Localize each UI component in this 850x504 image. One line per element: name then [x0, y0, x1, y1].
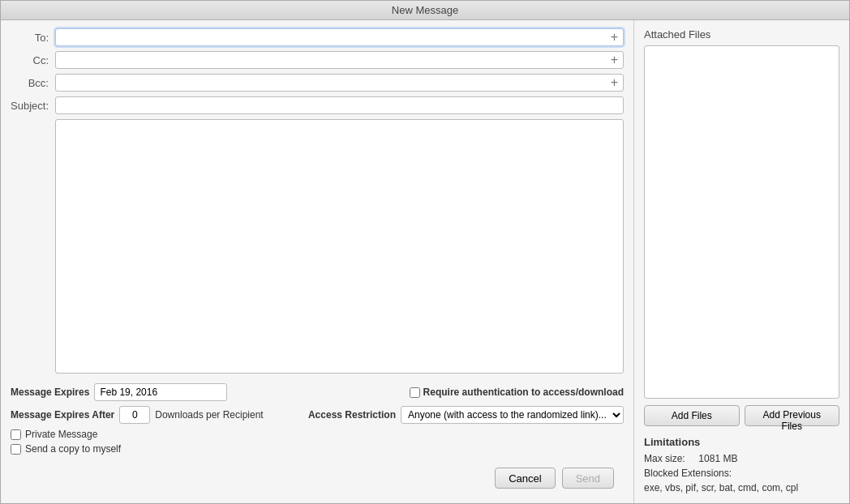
max-size-value: 1081 MB — [698, 453, 737, 464]
to-label: To: — [11, 32, 55, 44]
file-buttons: Add Files Add Previous Files — [644, 405, 839, 426]
private-message-checkbox[interactable] — [11, 429, 21, 440]
options-row2: Message Expires After Downloads per Reci… — [11, 406, 624, 424]
add-files-button[interactable]: Add Files — [644, 405, 740, 426]
cc-plus-button[interactable]: + — [609, 53, 620, 66]
require-auth-label: Require authentication to access/downloa… — [423, 387, 624, 398]
access-restriction-dropdown[interactable]: Anyone (with access to the randomized li… — [401, 406, 624, 424]
private-message-label[interactable]: Private Message — [11, 429, 97, 440]
new-message-window: New Message To: + Cc: + — [0, 0, 850, 504]
subject-label: Subject: — [11, 100, 55, 112]
access-restriction-wrap: Access Restriction Anyone (with access t… — [308, 406, 624, 424]
send-button[interactable]: Send — [562, 468, 614, 489]
expires-date-input[interactable] — [94, 383, 227, 401]
downloads-input[interactable] — [119, 406, 150, 424]
subject-input[interactable] — [55, 96, 624, 114]
cc-input-wrap[interactable]: + — [55, 51, 624, 69]
require-auth-checkbox[interactable] — [410, 387, 420, 398]
message-expires-label: Message Expires — [11, 387, 89, 398]
bcc-label: Bcc: — [11, 77, 55, 89]
blocked-extensions-value: exe, vbs, pif, scr, bat, cmd, com, cpl — [644, 481, 839, 495]
send-copy-label[interactable]: Send a copy to myself — [11, 443, 121, 455]
add-previous-files-button[interactable]: Add Previous Files — [745, 405, 840, 426]
bcc-plus-button[interactable]: + — [609, 76, 620, 89]
right-panel: Attached Files Add Files Add Previous Fi… — [634, 20, 849, 503]
max-size-row: Max size: 1081 MB — [644, 453, 839, 464]
to-input[interactable] — [59, 32, 609, 44]
window-title: New Message — [392, 4, 458, 16]
cancel-button[interactable]: Cancel — [495, 468, 555, 489]
downloads-per-recipient-label: Downloads per Recipient — [155, 409, 263, 421]
message-expires-after-label: Message Expires After — [11, 409, 114, 421]
to-row: To: + — [11, 28, 624, 46]
bcc-input-wrap[interactable]: + — [55, 74, 624, 92]
left-panel: To: + Cc: + Bcc: + — [1, 20, 634, 503]
bottom-buttons: Cancel Send — [11, 461, 624, 495]
bcc-input[interactable] — [59, 77, 609, 89]
attached-files-label: Attached Files — [644, 28, 839, 41]
content-area: To: + Cc: + Bcc: + — [1, 20, 849, 503]
body-textarea[interactable] — [55, 119, 624, 374]
bcc-row: Bcc: + — [11, 74, 624, 92]
limitations-label: Limitations — [644, 436, 839, 448]
cc-label: Cc: — [11, 54, 55, 66]
subject-row: Subject: — [11, 96, 624, 114]
title-bar: New Message — [1, 1, 849, 20]
options-row1: Message Expires Require authentication t… — [11, 383, 624, 401]
to-plus-button[interactable]: + — [609, 31, 620, 44]
send-copy-checkbox[interactable] — [11, 444, 21, 455]
attached-files-box — [644, 45, 839, 399]
to-input-wrap[interactable]: + — [55, 28, 624, 46]
cc-input[interactable] — [59, 54, 609, 66]
options-row3: Private Message — [11, 429, 624, 440]
options-section: Message Expires Require authentication t… — [11, 383, 624, 458]
blocked-extensions-label: Blocked Extensions: — [644, 468, 839, 479]
cc-row: Cc: + — [11, 51, 624, 69]
require-auth-wrap: Require authentication to access/downloa… — [410, 387, 624, 398]
access-restriction-label: Access Restriction — [308, 409, 396, 421]
max-size-label: Max size: — [644, 453, 685, 464]
body-area[interactable] — [55, 119, 624, 374]
options-row4: Send a copy to myself — [11, 443, 624, 455]
